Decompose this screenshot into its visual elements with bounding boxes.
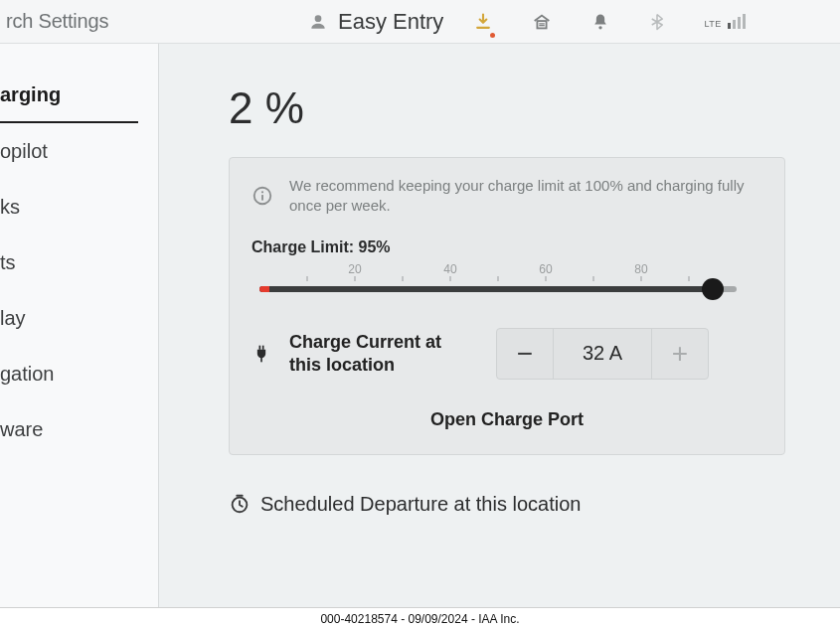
driver-profile-button[interactable]: Easy Entry bbox=[308, 9, 443, 35]
notification-dot-icon bbox=[490, 33, 495, 38]
info-icon bbox=[252, 176, 273, 217]
driver-profile-name: Easy Entry bbox=[338, 9, 443, 35]
settings-sidebar: arging opilot ks ts lay gation ware bbox=[0, 44, 159, 607]
scheduled-departure-row[interactable]: Scheduled Departure at this location bbox=[229, 493, 802, 516]
svg-point-0 bbox=[315, 15, 322, 22]
charge-current-value: 32 A bbox=[553, 329, 652, 379]
svg-point-4 bbox=[261, 191, 263, 193]
homelink-icon[interactable] bbox=[531, 11, 553, 33]
charge-current-stepper: − 32 A + bbox=[496, 328, 709, 380]
svg-rect-1 bbox=[538, 21, 547, 28]
svg-rect-7 bbox=[262, 345, 264, 349]
scheduled-departure-label: Scheduled Departure at this location bbox=[260, 493, 581, 516]
charging-card: We recommend keeping your charge limit a… bbox=[229, 157, 785, 455]
increase-current-button[interactable]: + bbox=[652, 329, 708, 379]
svg-rect-8 bbox=[260, 357, 262, 362]
svg-rect-5 bbox=[261, 195, 263, 201]
download-icon[interactable] bbox=[473, 12, 493, 32]
bell-icon[interactable] bbox=[590, 12, 610, 32]
charge-limit-slider[interactable] bbox=[259, 286, 737, 292]
charge-limit-label: Charge Limit: 95% bbox=[252, 238, 762, 256]
decrease-current-button[interactable]: − bbox=[497, 329, 553, 379]
info-message-text: We recommend keeping your charge limit a… bbox=[289, 176, 762, 217]
charge-limit-info: We recommend keeping your charge limit a… bbox=[252, 176, 762, 217]
plug-icon bbox=[252, 342, 271, 366]
slider-handle[interactable] bbox=[702, 278, 724, 300]
slider-low-segment bbox=[259, 286, 269, 292]
person-icon bbox=[308, 12, 328, 32]
search-settings-text[interactable]: rch Settings bbox=[0, 10, 209, 33]
slider-fill bbox=[259, 286, 713, 292]
top-bar: rch Settings Easy Entry LTE bbox=[0, 0, 840, 44]
svg-point-2 bbox=[599, 26, 602, 29]
sidebar-item-autopilot[interactable]: opilot bbox=[0, 123, 158, 179]
cellular-signal-icon: LTE bbox=[704, 14, 745, 29]
charging-panel: 2 % We recommend keeping your charge lim… bbox=[159, 44, 832, 607]
sidebar-item-locks[interactable]: ks bbox=[0, 179, 158, 235]
sidebar-item-software[interactable]: ware bbox=[0, 401, 158, 457]
svg-rect-6 bbox=[259, 345, 261, 349]
sidebar-item-charging[interactable]: arging bbox=[0, 68, 138, 123]
slider-ticks: 20 40 60 80 bbox=[259, 262, 737, 278]
sidebar-item-lights[interactable]: ts bbox=[0, 235, 158, 290]
bluetooth-icon[interactable] bbox=[648, 11, 666, 33]
clock-icon bbox=[229, 493, 251, 515]
open-charge-port-button[interactable]: Open Charge Port bbox=[430, 409, 584, 429]
battery-percent: 2 % bbox=[229, 83, 802, 133]
sidebar-item-navigation[interactable]: gation bbox=[0, 346, 158, 401]
sidebar-item-display[interactable]: lay bbox=[0, 290, 158, 346]
charge-current-label: Charge Current at this location bbox=[289, 331, 478, 376]
image-caption: 000-40218574 - 09/09/2024 - IAA Inc. bbox=[0, 607, 840, 629]
